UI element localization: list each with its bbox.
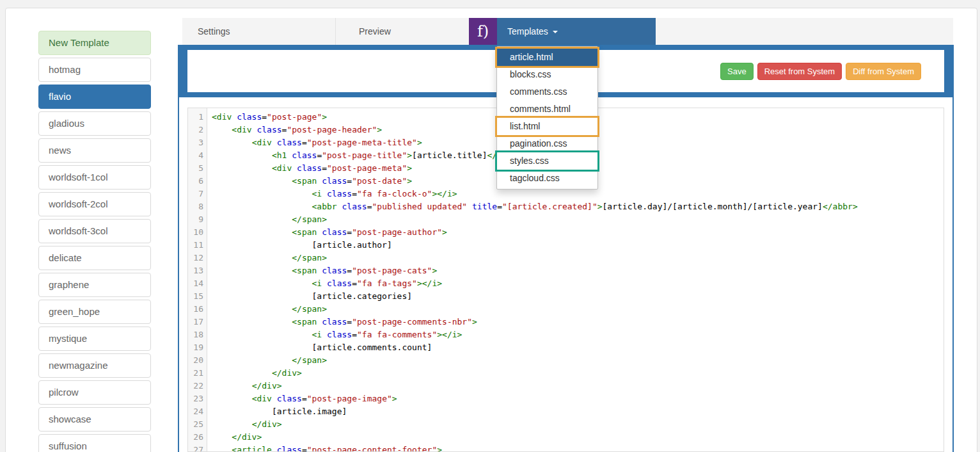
sidebar-item-worldsoft-1col[interactable]: worldsoft-1col bbox=[38, 165, 151, 190]
line-number: 4 bbox=[188, 149, 203, 162]
line-number: 1 bbox=[188, 111, 203, 124]
code-line[interactable]: </div> bbox=[212, 431, 944, 444]
sidebar-item-newmagazine[interactable]: newmagazine bbox=[38, 353, 151, 378]
code-line[interactable]: </div> bbox=[212, 418, 944, 431]
line-number: 9 bbox=[188, 213, 203, 226]
dropdown-item-comments-html[interactable]: comments.html bbox=[497, 101, 597, 118]
tab-preview[interactable]: Preview bbox=[336, 18, 469, 45]
line-number: 19 bbox=[188, 341, 203, 354]
code-line[interactable]: <abbr class="published updated" title="[… bbox=[212, 200, 944, 213]
template-list: hotmagflaviogladiousnewsworldsoft-1colwo… bbox=[38, 58, 151, 452]
line-number: 24 bbox=[188, 405, 203, 418]
sidebar-item-graphene[interactable]: graphene bbox=[38, 273, 151, 297]
line-number: 26 bbox=[188, 431, 203, 444]
code-line[interactable]: [article.comments.count] bbox=[212, 341, 944, 354]
code-line[interactable]: </div> bbox=[212, 367, 944, 380]
tab-templates[interactable]: Templates bbox=[497, 18, 656, 45]
sidebar-item-worldsoft-2col[interactable]: worldsoft-2col bbox=[38, 192, 151, 216]
line-number: 7 bbox=[188, 188, 203, 200]
line-number: 14 bbox=[188, 277, 203, 290]
line-number: 13 bbox=[188, 264, 203, 277]
line-number: 16 bbox=[188, 303, 203, 316]
template-sidebar: New Template hotmagflaviogladiousnewswor… bbox=[38, 31, 151, 452]
line-number: 27 bbox=[188, 444, 203, 452]
line-number: 11 bbox=[188, 239, 203, 252]
code-line[interactable]: </span> bbox=[212, 354, 944, 367]
flatboard-logo: f) bbox=[469, 18, 497, 45]
code-line[interactable]: [article.author] bbox=[212, 239, 944, 252]
new-template-button[interactable]: New Template bbox=[38, 31, 151, 55]
sidebar-item-worldsoft-3col[interactable]: worldsoft-3col bbox=[38, 219, 151, 243]
line-number: 2 bbox=[188, 124, 203, 136]
dropdown-item-article-html[interactable]: article.html bbox=[497, 49, 597, 66]
tabbar-filler bbox=[656, 18, 953, 45]
line-number: 5 bbox=[188, 162, 203, 175]
line-number: 22 bbox=[188, 380, 203, 392]
sidebar-item-hotmag[interactable]: hotmag bbox=[38, 58, 151, 82]
dropdown-item-tagcloud-css[interactable]: tagcloud.css bbox=[497, 170, 597, 187]
line-number: 8 bbox=[188, 200, 203, 213]
dropdown-item-comments-css[interactable]: comments.css bbox=[497, 83, 597, 101]
code-line[interactable]: <span class="post-page-cats"> bbox=[212, 264, 944, 277]
code-line[interactable]: <i class="fa fa-clock-o"></i> bbox=[212, 188, 944, 200]
dropdown-item-pagination-css[interactable]: pagination.css bbox=[497, 135, 597, 152]
dropdown-item-styles-css[interactable]: styles.css bbox=[497, 152, 597, 170]
templates-dropdown-menu: article.htmlblocks.csscomments.csscommen… bbox=[496, 46, 598, 190]
code-line[interactable]: </span> bbox=[212, 252, 944, 264]
code-line[interactable]: </span> bbox=[212, 303, 944, 316]
chevron-down-icon bbox=[553, 31, 558, 33]
code-line[interactable]: <span class="post-page-author"> bbox=[212, 226, 944, 239]
code-line[interactable]: </div> bbox=[212, 380, 944, 392]
save-button[interactable]: Save bbox=[720, 63, 754, 80]
diff-from-system-button[interactable]: Diff from System bbox=[846, 63, 921, 80]
line-number: 20 bbox=[188, 354, 203, 367]
line-number-gutter: 1234567891011121314151617181920212223242… bbox=[188, 108, 207, 451]
line-number: 18 bbox=[188, 328, 203, 341]
line-number: 17 bbox=[188, 316, 203, 328]
sidebar-item-suffusion[interactable]: suffusion bbox=[38, 434, 151, 452]
line-number: 6 bbox=[188, 175, 203, 188]
line-number: 3 bbox=[188, 136, 203, 149]
code-line[interactable]: </span> bbox=[212, 213, 944, 226]
code-line[interactable]: <i class="fa fa-tags"></i> bbox=[212, 277, 944, 290]
reset-from-system-button[interactable]: Reset from System bbox=[757, 63, 842, 80]
sidebar-item-news[interactable]: news bbox=[38, 138, 151, 163]
sidebar-item-flavio[interactable]: flavio bbox=[38, 85, 151, 109]
dropdown-item-list-html[interactable]: list.html bbox=[497, 118, 597, 135]
sidebar-item-mystique[interactable]: mystique bbox=[38, 327, 151, 351]
line-number: 25 bbox=[188, 418, 203, 431]
line-number: 23 bbox=[188, 392, 203, 405]
code-line[interactable]: <div class="post-page-image"> bbox=[212, 392, 944, 405]
code-line[interactable]: <span class="post-page-comments-nbr"> bbox=[212, 316, 944, 328]
line-number: 12 bbox=[188, 252, 203, 264]
tab-bar: Settings Preview f) Templates bbox=[182, 18, 953, 45]
tab-templates-label: Templates bbox=[507, 26, 548, 36]
line-number: 10 bbox=[188, 226, 203, 239]
sidebar-item-delicate[interactable]: delicate bbox=[38, 246, 151, 270]
sidebar-item-gladious[interactable]: gladious bbox=[38, 111, 151, 136]
line-number: 15 bbox=[188, 290, 203, 303]
code-line[interactable]: <article class="post-page-content-footer… bbox=[212, 444, 944, 451]
code-line[interactable]: [article.categories] bbox=[212, 290, 944, 303]
code-line[interactable]: [article.image] bbox=[212, 405, 944, 418]
line-number: 21 bbox=[188, 367, 203, 380]
tab-settings[interactable]: Settings bbox=[182, 18, 336, 45]
code-line[interactable]: <i class="fa fa-comments"></i> bbox=[212, 328, 944, 341]
sidebar-item-green-hope[interactable]: green_hope bbox=[38, 300, 151, 324]
sidebar-item-pilcrow[interactable]: pilcrow bbox=[38, 380, 151, 405]
sidebar-item-showcase[interactable]: showcase bbox=[38, 407, 151, 432]
dropdown-item-blocks-css[interactable]: blocks.css bbox=[497, 66, 597, 83]
